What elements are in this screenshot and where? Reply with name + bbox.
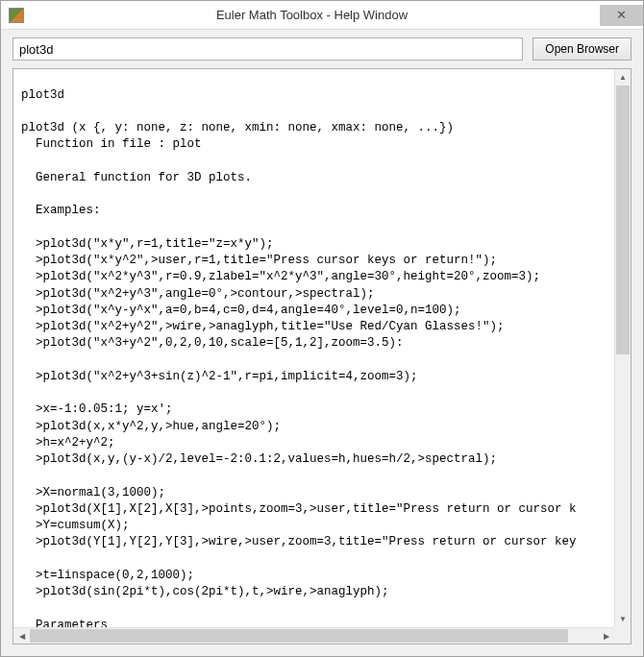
vertical-scrollbar[interactable]: ▲ ▼ (614, 69, 631, 627)
scroll-left-icon[interactable]: ◀ (13, 628, 30, 644)
titlebar: Euler Math Toolbox - Help Window ✕ (1, 1, 643, 30)
scroll-right-icon[interactable]: ▶ (598, 628, 614, 644)
horizontal-scrollbar[interactable]: ◀ ▶ (13, 627, 614, 644)
search-input[interactable] (12, 37, 523, 61)
app-icon (9, 8, 24, 23)
help-text: plot3d plot3d (x {, y: none, z: none, xm… (13, 82, 631, 645)
scroll-up-icon[interactable]: ▲ (615, 69, 631, 85)
scroll-down-icon[interactable]: ▼ (615, 611, 631, 627)
toolbar: Open Browser (1, 30, 643, 68)
open-browser-button[interactable]: Open Browser (533, 37, 632, 61)
close-icon: ✕ (616, 8, 627, 22)
horizontal-scroll-thumb[interactable] (30, 629, 568, 643)
help-content-area[interactable]: plot3d plot3d (x {, y: none, z: none, xm… (13, 69, 631, 644)
help-window: Euler Math Toolbox - Help Window ✕ Open … (0, 0, 644, 657)
window-title: Euler Math Toolbox - Help Window (24, 8, 600, 22)
vertical-scroll-thumb[interactable] (616, 85, 630, 354)
close-button[interactable]: ✕ (600, 5, 643, 26)
scroll-corner (614, 627, 631, 644)
help-content-frame: plot3d plot3d (x {, y: none, z: none, xm… (12, 68, 632, 645)
